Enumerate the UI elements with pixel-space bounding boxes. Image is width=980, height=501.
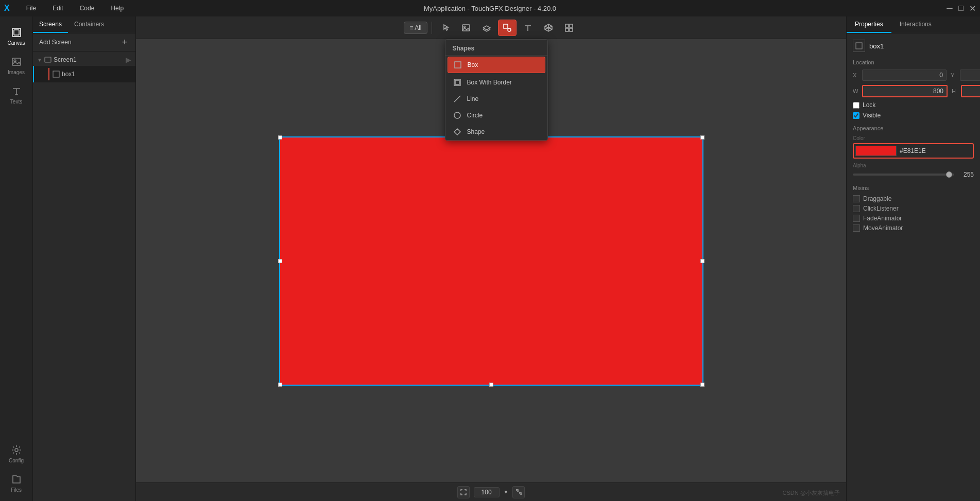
fadeanimator-label: FadeAnimator	[863, 215, 902, 222]
toolbar-3d-btn[interactable]	[539, 20, 558, 36]
shape-item-circle[interactable]: Circle	[445, 107, 547, 124]
handle-bl[interactable]	[278, 383, 282, 387]
shape-item-line[interactable]: Line	[445, 91, 547, 107]
canvas-viewport[interactable]	[280, 137, 702, 385]
svg-rect-12	[504, 24, 508, 28]
draggable-checkbox[interactable]	[853, 195, 860, 202]
lock-row: Lock	[853, 101, 974, 109]
sidebar-item-files[interactable]: Files	[2, 470, 31, 501]
screen-child-box1[interactable]: box1	[33, 66, 135, 82]
all-button[interactable]: ≡ All	[404, 22, 427, 34]
box-shape-icon	[453, 60, 462, 70]
h-label: H	[952, 88, 959, 94]
chevron-icon: ▼	[37, 57, 42, 63]
alpha-slider[interactable]	[853, 170, 954, 179]
visible-checkbox[interactable]	[853, 112, 859, 119]
handle-bc[interactable]	[489, 383, 493, 387]
shape-item-box-border[interactable]: Box With Border	[445, 74, 547, 91]
alpha-value: 255	[958, 171, 974, 178]
zoom-dropdown-arrow[interactable]: ▼	[504, 489, 509, 495]
lock-label: Lock	[863, 101, 875, 109]
title-bar: X File Edit Code Help MyApplication - To…	[0, 0, 980, 16]
svg-point-7	[15, 448, 18, 452]
sidebar-item-images[interactable]: Images	[2, 52, 31, 79]
toolbar-shapes-btn[interactable]	[498, 20, 517, 36]
zoom-value[interactable]: 100	[474, 487, 500, 497]
w-input[interactable]	[862, 85, 948, 97]
menu-code[interactable]: Code	[76, 3, 99, 14]
shape-icon	[453, 127, 462, 136]
shape-item-box[interactable]: Box	[448, 57, 545, 73]
shapes-dropdown: Shapes Box B	[445, 39, 548, 141]
tab-interactions[interactable]: Interactions	[891, 16, 940, 33]
toolbar-images-btn[interactable]	[457, 20, 475, 36]
image-icon	[11, 56, 22, 67]
xy-row: X Y	[853, 70, 974, 81]
box-item-icon	[53, 71, 60, 78]
tab-containers[interactable]: Containers	[68, 16, 110, 33]
handle-tl[interactable]	[278, 135, 282, 140]
tab-properties[interactable]: Properties	[847, 16, 891, 33]
svg-marker-28	[454, 129, 460, 135]
menu-edit[interactable]: Edit	[48, 3, 67, 14]
shape-box-border-label: Box With Border	[467, 79, 512, 86]
shape-item-shape[interactable]: Shape	[445, 124, 547, 140]
lock-checkbox[interactable]	[853, 102, 859, 109]
toolbar-containers-btn[interactable]	[560, 20, 578, 36]
svg-rect-31	[856, 43, 862, 49]
sidebar-item-canvas[interactable]: Canvas	[2, 23, 31, 50]
screen1-label: Screen1	[54, 56, 77, 63]
maximize-button[interactable]: □	[957, 5, 965, 12]
window-title: MyApplication - TouchGFX Designer - 4.20…	[424, 5, 556, 12]
fit-screen-btn[interactable]	[457, 486, 470, 498]
menu-file[interactable]: File	[22, 3, 40, 14]
svg-rect-25	[455, 80, 459, 84]
toolbar-row: ≡ All	[136, 16, 846, 39]
handle-br[interactable]	[700, 383, 704, 387]
svg-rect-2	[12, 58, 21, 65]
toolbar-text-btn[interactable]	[519, 20, 537, 36]
toolbar-interactions-btn[interactable]	[436, 20, 455, 36]
box-type-icon	[855, 42, 863, 49]
separator	[432, 22, 432, 34]
w-field: W	[853, 85, 948, 97]
menu-help[interactable]: Help	[107, 3, 128, 14]
svg-rect-9	[53, 71, 59, 77]
handle-mr[interactable]	[700, 259, 704, 263]
files-icon	[11, 474, 22, 485]
toolbar-layers-btn[interactable]	[477, 20, 496, 36]
svg-point-27	[454, 112, 460, 118]
y-input[interactable]	[960, 70, 980, 81]
location-label: Location	[853, 59, 974, 65]
clicklistener-checkbox[interactable]	[853, 205, 860, 212]
images-label: Images	[8, 70, 25, 75]
color-swatch[interactable]	[855, 146, 897, 156]
close-button[interactable]: ✕	[969, 5, 976, 12]
tab-screens[interactable]: Screens	[33, 16, 68, 33]
x-input[interactable]	[862, 70, 947, 81]
minimize-button[interactable]: ─	[946, 5, 953, 12]
h-field: H	[952, 85, 980, 97]
layers-icon	[482, 23, 491, 32]
location-section: Location X Y W	[853, 59, 974, 119]
add-screen-button[interactable]: +	[120, 38, 129, 47]
moveanimator-checkbox[interactable]	[853, 224, 860, 232]
canvas-box[interactable]	[280, 137, 702, 385]
alpha-thumb	[946, 171, 952, 178]
fadeanimator-checkbox[interactable]	[853, 215, 860, 222]
handle-ml[interactable]	[278, 259, 282, 263]
handle-tr[interactable]	[700, 135, 704, 140]
circle-icon	[453, 111, 462, 120]
zoom-expand-btn[interactable]	[512, 486, 525, 498]
sidebar-item-config[interactable]: Config	[2, 440, 31, 468]
svg-rect-1	[14, 30, 19, 35]
add-screen-label: Add Screen	[39, 39, 72, 46]
sidebar-item-texts[interactable]: Texts	[2, 81, 31, 109]
alpha-track	[853, 174, 954, 176]
screen-item-screen1[interactable]: ▼ Screen1 ▶	[33, 54, 135, 66]
h-input[interactable]	[961, 85, 980, 97]
text-tb-icon	[523, 23, 532, 32]
selection-accent	[48, 68, 49, 80]
interaction-icon	[441, 23, 450, 32]
app-logo: X	[4, 4, 10, 13]
